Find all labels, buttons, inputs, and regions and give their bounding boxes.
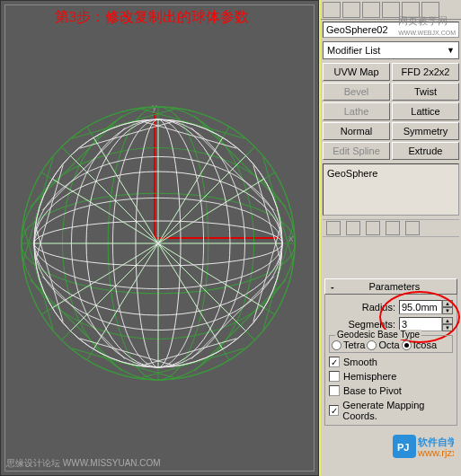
svg-text:软件自学网: 软件自学网 [417,436,454,447]
stack-item-geosphere[interactable]: GeoSphere [327,168,455,179]
modifier-bevel-button[interactable]: Bevel [323,83,390,101]
geosphere-wireframe[interactable] [19,104,297,383]
tab-modify[interactable] [342,2,360,18]
chevron-down-icon: ▼ [447,46,455,55]
rollout-title: Parameters [338,281,451,292]
modifier-symmetry-button[interactable]: Symmetry [392,122,459,140]
modifier-ffd-button[interactable]: FFD 2x2x2 [392,63,459,81]
command-panel: 网页教学网WWW.WEBJX.COM Modifier List ▼ UVW M… [319,0,461,476]
stack-toolbar [323,219,459,237]
tab-create[interactable] [323,2,341,18]
check-generate-mapping[interactable]: ✓ Generate Mapping Coords. [329,400,453,421]
radio-icosa[interactable]: Icosa [402,339,437,350]
check-smooth[interactable]: ✓ Smooth [329,357,453,367]
radio-tetra[interactable]: Tetra [332,339,365,350]
radius-spin-down[interactable]: ▼ [442,307,453,314]
modifier-twist-button[interactable]: Twist [392,83,459,101]
modifier-editspline-button[interactable]: Edit Spline [323,142,390,160]
modifier-normal-button[interactable]: Normal [323,122,390,140]
check-hemisphere[interactable]: Hemisphere [329,371,453,382]
modifier-list-label: Modifier List [327,45,380,56]
make-unique-icon[interactable] [366,221,380,235]
radius-input[interactable] [399,300,442,314]
segments-spin-up[interactable]: ▲ [442,317,453,324]
tab-motion[interactable] [382,2,400,18]
radio-octa[interactable]: Octa [367,339,399,350]
watermark-rjzxw: PJ 软件自学网 www.rjzxw.com [393,435,454,469]
show-end-result-icon[interactable] [346,221,360,235]
svg-text:www.rjzxw.com: www.rjzxw.com [417,447,454,458]
modifier-lathe-button[interactable]: Lathe [323,102,390,120]
pin-stack-icon[interactable] [326,221,341,235]
radius-spin-up[interactable]: ▲ [442,300,453,307]
radius-label: Radius: [329,302,399,313]
modifier-buttons-grid: UVW Map FFD 2x2x2 Bevel Twist Lathe Latt… [323,63,459,160]
svg-text:PJ: PJ [397,442,409,453]
check-base-to-pivot[interactable]: Base to Pivot [329,385,453,396]
parameters-rollout-header[interactable]: - Parameters [324,278,457,295]
geodesic-legend: Geodesic Base Type [335,330,421,339]
watermark-webjx: 网页教学网WWW.WEBJX.COM [398,14,456,37]
remove-modifier-icon[interactable] [386,221,400,235]
tutorial-annotation: 第3步：修改复制出的球体参数 [55,8,249,27]
parameters-rollout: Radius: ▲ ▼ Segments: ▲ ▼ [324,295,457,426]
modifier-stack[interactable]: GeoSphere [323,163,459,216]
segments-label: Segments: [329,319,399,330]
modifier-lattice-button[interactable]: Lattice [392,102,459,120]
watermark-missyuan: 思缘设计论坛 WWW.MISSYUAN.COM [6,457,161,470]
configure-sets-icon[interactable] [405,221,420,235]
modifier-list-dropdown[interactable]: Modifier List ▼ [323,41,459,59]
modifier-extrude-button[interactable]: Extrude [392,142,459,160]
segments-spin-down[interactable]: ▼ [442,324,453,331]
modifier-uvwmap-button[interactable]: UVW Map [323,63,390,81]
collapse-icon: - [331,281,334,292]
viewport[interactable]: 第3步：修改复制出的球体参数 y x [0,0,319,476]
tab-hierarchy[interactable] [362,2,380,18]
